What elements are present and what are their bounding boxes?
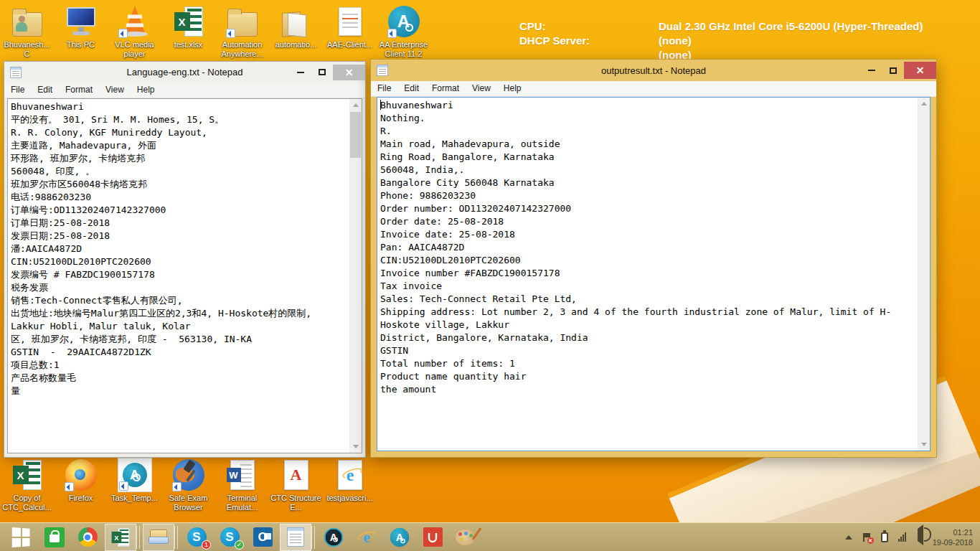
notepad-icon: [287, 527, 304, 547]
vertical-scrollbar[interactable]: [918, 98, 930, 451]
desktop-icon-bhuvaneshwari-folder[interactable]: Bhuvanesh... C: [0, 4, 54, 59]
show-hidden-icons-button[interactable]: [843, 532, 854, 543]
dhcp-label: DHCP Server:: [519, 34, 659, 48]
desktop-icon-terminal-emulator[interactable]: W Terminal Emulat...: [215, 458, 269, 512]
word-doc-icon: W: [225, 458, 260, 492]
menu-item[interactable]: Format: [59, 83, 99, 98]
network-signal-icon[interactable]: [897, 532, 908, 543]
title-bar[interactable]: outputresult.txt - Notepad ✕: [371, 60, 936, 81]
maximize-button[interactable]: [311, 65, 333, 80]
menu-item[interactable]: Format: [425, 81, 466, 96]
text-line: 区, 班加罗尔, 卡纳塔克邦, 印度 - 563130, IN-KA: [11, 333, 349, 346]
text-line: 发票编号 # FABZDC1900157178: [11, 268, 349, 281]
window-language-eng-notepad: Language-eng.txt - Notepad ✕ FileEditFor…: [4, 61, 366, 458]
desktop-icon-copy-of-ctc[interactable]: X Copy of CTC_Calcul...: [0, 458, 54, 512]
taskbar-chrome[interactable]: [72, 524, 103, 551]
taskbar-excel[interactable]: X: [105, 524, 136, 551]
taskbar-skype[interactable]: S 1: [181, 524, 212, 551]
desktop-icon-aae-client[interactable]: AAE-Client...: [323, 4, 377, 59]
taskbar-paint[interactable]: [450, 524, 481, 551]
text-line: GSTIN - 29AAICA4872D1ZK: [11, 346, 349, 359]
shortcut-arrow-icon: [118, 29, 128, 38]
desktop-icon-testjavascript[interactable]: e testjavascri...: [323, 458, 377, 512]
menu-item[interactable]: Edit: [31, 83, 59, 98]
computer-icon: [64, 4, 98, 39]
desktop-icon-firefox[interactable]: Firefox: [54, 458, 108, 512]
automation-anywhere-icon: A: [390, 527, 409, 546]
taskbar: X S 1 S ✓ O A e A: [0, 522, 980, 551]
desktop-icon-test-xlsx[interactable]: X test.xlsx: [161, 4, 215, 59]
clock-time: 01:21: [933, 527, 973, 537]
scroll-down-button[interactable]: [918, 438, 930, 451]
taskbar-skype-online[interactable]: S ✓: [214, 524, 245, 551]
vlc-cone-icon: [118, 4, 152, 39]
menu-item[interactable]: Edit: [397, 81, 425, 96]
menu-item[interactable]: Help: [131, 83, 161, 98]
desktop-icon-safe-exam-browser[interactable]: Safe Exam Browser: [161, 458, 215, 512]
shortcut-arrow-icon: [172, 482, 182, 491]
internet-explorer-icon: e: [357, 527, 377, 547]
desktop-icon-aa-enterprise-client[interactable]: A AA Enterprise Client 11.2: [377, 4, 430, 59]
automation-anywhere-doc-icon: A: [118, 458, 152, 492]
menu-item[interactable]: View: [466, 81, 497, 96]
text-area[interactable]: BhuvaneshwariNothing.R.Main road, Mahade…: [377, 98, 918, 451]
automation-anywhere-icon: A: [324, 527, 343, 546]
scroll-up-button[interactable]: [349, 99, 362, 111]
windows-logo-icon: [12, 527, 30, 547]
taskbar-windows-store[interactable]: [39, 524, 70, 551]
action-center-flag-icon[interactable]: ✕: [861, 532, 872, 543]
text-caret: [380, 100, 381, 110]
desktop-icon-task-temp[interactable]: A Task_Temp...: [108, 458, 161, 512]
minimize-button[interactable]: [290, 65, 311, 80]
text-line: Order date: 25-08-2018: [380, 215, 918, 228]
taskbar-internet-explorer[interactable]: e: [351, 524, 382, 551]
chrome-icon: [78, 527, 98, 547]
minimize-button[interactable]: [861, 62, 882, 79]
taskbar-file-explorer[interactable]: [143, 524, 174, 551]
close-button[interactable]: ✕: [904, 62, 936, 79]
taskbar-automation-anywhere[interactable]: A: [384, 524, 415, 551]
outlook-icon: O: [253, 527, 273, 547]
taskbar-notepad[interactable]: [280, 524, 311, 551]
start-button[interactable]: [6, 524, 37, 551]
scroll-up-button[interactable]: [918, 98, 930, 110]
maximize-button[interactable]: [882, 62, 904, 79]
text-line: 潘:AAICA4872D: [11, 242, 349, 255]
vertical-scrollbar[interactable]: [349, 99, 362, 453]
desktop-icon-automation-anywhere-folder[interactable]: Automation Anywhere...: [215, 4, 269, 59]
text-line: Pan: AAICA4872D: [380, 241, 918, 254]
taskbar-clock[interactable]: 01:21 19-09-2018: [933, 527, 973, 547]
window-title: outputresult.txt - Notepad: [371, 65, 936, 76]
desktop-icon-vlc[interactable]: VLC media player: [108, 4, 161, 59]
text-line: Lakkur Hobli, Malur taluk, Kolar: [11, 320, 349, 333]
menu-item[interactable]: File: [371, 81, 397, 96]
desktop: CPU: Dual 2.30 GHz Intel Core i5-6200U (…: [0, 0, 980, 551]
text-line: District, Bangalore, Karnataka, India: [380, 331, 918, 344]
title-bar[interactable]: Language-eng.txt - Notepad ✕: [4, 62, 365, 83]
text-line: CIN:U52100DL2010PTC202600: [380, 254, 918, 267]
text-area[interactable]: Bhuvaneshwari平的没有。 301, Sri M. M. Homes,…: [8, 99, 349, 453]
text-line: Invoice date: 25-08-2018: [380, 228, 918, 241]
menu-item[interactable]: View: [99, 83, 131, 98]
dhcp-value: (none): [659, 34, 692, 48]
text-line: Main road, Mahadevapura, outside: [380, 138, 918, 151]
close-button[interactable]: ✕: [333, 65, 365, 80]
text-line: Nothing.: [380, 112, 918, 125]
desktop-icon-automation-folder[interactable]: automatio...: [269, 4, 323, 59]
text-line: Bhuvaneshwari: [380, 99, 918, 112]
text-line: the amount: [380, 383, 918, 396]
taskbar-red-app[interactable]: [417, 524, 448, 551]
text-line: 电话:9886203230: [11, 191, 349, 204]
menu-item[interactable]: File: [4, 83, 31, 98]
volume-icon[interactable]: [915, 532, 926, 543]
ie-doc-icon: e: [333, 458, 367, 492]
taskbar-outlook[interactable]: O: [247, 524, 278, 551]
desktop-icon-ctc-structure[interactable]: A CTC Structure E...: [269, 458, 323, 512]
taskbar-automation-anywhere-dark[interactable]: A: [318, 524, 349, 551]
scrollbar-thumb[interactable]: [350, 112, 361, 158]
text-line: 订单编号:OD113202407142327000: [11, 204, 349, 217]
menu-item[interactable]: Help: [497, 81, 528, 96]
scroll-down-button[interactable]: [349, 441, 362, 453]
power-battery-icon[interactable]: [879, 532, 890, 543]
desktop-icon-this-pc[interactable]: This PC: [54, 4, 108, 59]
